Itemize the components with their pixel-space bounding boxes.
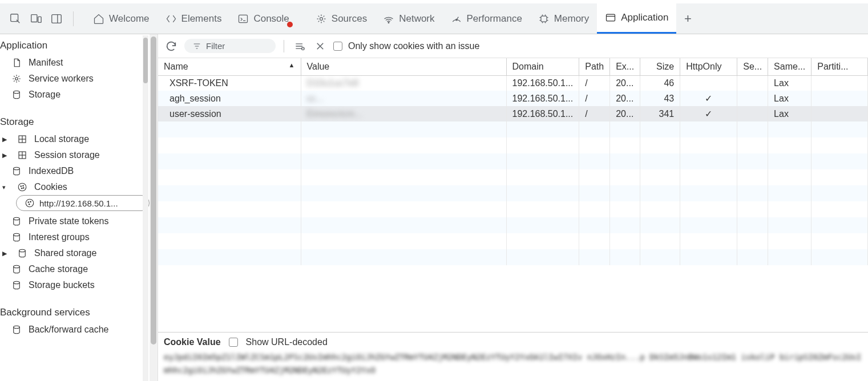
sidebar-cookie-origin[interactable]: http://192.168.50.1... (16, 195, 150, 211)
tab-performance[interactable]: Performance (443, 3, 530, 34)
sidebar-label: Shared storage (34, 248, 96, 258)
sidebar-item-cookies[interactable]: ▾ Cookies (0, 179, 150, 195)
table-row[interactable]: agh_sessioncc...192.168.50.1.../20...43✓… (158, 91, 868, 106)
dock-side-icon[interactable] (49, 11, 64, 26)
col-name[interactable]: Name▲ (158, 58, 301, 76)
clear-all-button[interactable] (292, 39, 307, 54)
table-row (158, 137, 868, 153)
svg-point-30 (14, 217, 20, 220)
svg-point-7 (388, 22, 389, 23)
inspect-icon[interactable] (8, 11, 23, 26)
table-row (158, 121, 868, 137)
sidebar-label: Session storage (34, 150, 100, 160)
col-expires[interactable]: Ex... (610, 58, 640, 76)
add-tab-button[interactable]: + (676, 11, 699, 26)
sidebar-scrollbar[interactable] (143, 35, 148, 381)
url-decoded-checkbox[interactable] (229, 338, 238, 347)
sidebar-item-manifest[interactable]: Manifest (0, 55, 150, 71)
tab-network-label: Network (399, 13, 434, 25)
filter-input[interactable]: Filter (184, 39, 276, 53)
refresh-button[interactable] (164, 39, 179, 54)
chevron-right-icon: ▶ (2, 136, 9, 143)
cookies-table-wrap: Name▲ Value Domain Path Ex... Size HttpO… (158, 58, 868, 332)
table-row (158, 201, 868, 217)
sidebar-item-session-storage[interactable]: ▶ Session storage (0, 147, 150, 163)
sidebar-item-cache-storage[interactable]: Cache storage (0, 261, 150, 277)
col-size[interactable]: Size (640, 58, 680, 76)
tab-network[interactable]: Network (375, 3, 442, 34)
cookie-value-body[interactable]: eyJpdiI6Im5pZ1lIWlZCSm1pL2FSc2UsImhhc2gi… (164, 347, 862, 376)
table-row (158, 233, 868, 249)
svg-point-34 (14, 281, 20, 284)
sidebar-label: Storage (29, 90, 60, 100)
refresh-icon (165, 40, 177, 52)
svg-point-24 (22, 188, 23, 189)
tab-application-label: Application (621, 12, 668, 23)
svg-point-22 (21, 186, 22, 187)
sidebar-item-interest-groups[interactable]: Interest groups (0, 229, 150, 245)
svg-point-25 (23, 188, 25, 189)
sort-asc-icon: ▲ (289, 62, 295, 68)
sidebar-label: Back/forward cache (29, 325, 109, 335)
device-toggle-icon[interactable] (29, 11, 43, 26)
gear-icon (11, 74, 22, 84)
table-icon (17, 150, 27, 160)
url-decoded-label: Show URL-decoded (246, 337, 328, 347)
delete-button[interactable] (313, 39, 328, 54)
filter-placeholder: Filter (206, 41, 225, 51)
table-row[interactable]: user-sessionEimoncricm...192.168.50.1...… (158, 106, 868, 121)
table-row (158, 153, 868, 169)
svg-point-12 (15, 78, 18, 80)
sidebar-item-service-workers[interactable]: Service workers (0, 71, 150, 87)
issue-checkbox-label: Only show cookies with an issue (348, 41, 479, 51)
svg-point-35 (14, 326, 20, 329)
sidebar-item-bf-cache[interactable]: Back/forward cache (0, 322, 150, 338)
tab-memory[interactable]: Memory (530, 3, 597, 34)
section-storage: Storage (0, 111, 150, 131)
main-scrollbar[interactable] (150, 34, 158, 381)
tab-elements-label: Elements (181, 13, 222, 25)
sidebar-label: Private state tokens (29, 216, 109, 226)
svg-point-31 (14, 233, 20, 236)
sidebar-label: Storage buckets (29, 280, 95, 290)
sidebar-item-local-storage[interactable]: ▶ Local storage (0, 131, 150, 147)
sidebar-item-private-state-tokens[interactable]: Private state tokens (0, 213, 150, 229)
tab-memory-label: Memory (554, 13, 589, 25)
section-application: Application (0, 34, 150, 55)
col-httponly[interactable]: HttpOnly (680, 58, 737, 76)
col-partition[interactable]: Partiti... (812, 58, 868, 76)
sidebar-item-storage[interactable]: Storage (0, 87, 150, 103)
table-row[interactable]: XSRF-TOKEND10u1uc7e9192.168.50.1.../20..… (158, 76, 868, 91)
svg-point-6 (320, 17, 322, 20)
chevron-right-icon: ▶ (2, 250, 9, 257)
tab-welcome[interactable]: Welcome (85, 3, 158, 34)
clear-all-icon (294, 40, 305, 52)
tab-sources[interactable]: Sources (308, 3, 375, 34)
sidebar-item-indexeddb[interactable]: IndexedDB (0, 163, 150, 179)
col-domain[interactable]: Domain (506, 58, 579, 76)
col-value[interactable]: Value (301, 58, 506, 76)
col-secure[interactable]: Se... (737, 58, 768, 76)
database-icon (11, 166, 22, 176)
tab-elements[interactable]: Elements (158, 3, 230, 34)
close-icon (315, 41, 325, 51)
database-icon (11, 280, 22, 290)
sidebar-item-storage-buckets[interactable]: Storage buckets (0, 277, 150, 293)
issue-checkbox[interactable] (333, 42, 342, 51)
table-row (158, 169, 868, 185)
application-sidebar: Application Manifest Service workers Sto… (0, 34, 150, 381)
cookie-detail-pane: Cookie Value Show URL-decoded eyJpdiI6Im… (158, 332, 868, 381)
col-path[interactable]: Path (579, 58, 610, 76)
sidebar-label: IndexedDB (29, 166, 74, 176)
tab-performance-label: Performance (467, 13, 522, 25)
tab-application[interactable]: Application (597, 3, 676, 34)
tab-console[interactable]: Console (229, 3, 307, 34)
svg-point-8 (455, 19, 457, 21)
sidebar-item-shared-storage[interactable]: ▶ Shared storage (0, 245, 150, 261)
col-samesite[interactable]: Same... (768, 58, 812, 76)
database-icon (17, 248, 27, 258)
tab-sources-label: Sources (332, 13, 367, 25)
tab-welcome-label: Welcome (109, 13, 150, 25)
table-row (158, 185, 868, 201)
svg-rect-1 (31, 14, 37, 22)
